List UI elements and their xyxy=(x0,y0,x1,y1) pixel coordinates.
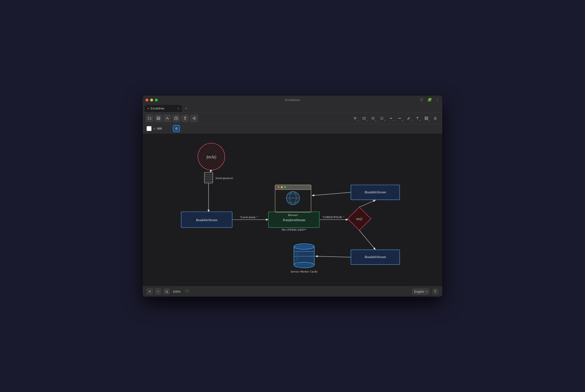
svg-rect-44 xyxy=(275,185,311,212)
color-swatch[interactable] xyxy=(146,126,152,131)
svg-point-49 xyxy=(286,192,299,204)
minimize-button[interactable] xyxy=(150,99,153,102)
new-tab-button[interactable]: + xyxy=(183,105,190,112)
zoom-value: 100% xyxy=(173,290,180,293)
diamond-tool[interactable]: 3 xyxy=(369,114,377,122)
svg-text:"LOREM IPSUM..": "LOREM IPSUM.." xyxy=(322,215,345,218)
svg-point-14 xyxy=(198,143,225,170)
svg-point-4 xyxy=(193,118,194,119)
delete-button[interactable] xyxy=(181,114,189,122)
svg-point-68 xyxy=(296,258,298,260)
rect-tool[interactable]: 2 xyxy=(360,114,368,122)
mac-window: Excalidraw 🗋 🧩 ⋮ ✏ Excalidraw ✕ + xyxy=(143,96,442,297)
svg-line-42 xyxy=(359,200,375,207)
tab-bar: ✏ Excalidraw ✕ + xyxy=(143,104,442,113)
new-doc-icon[interactable]: 🗋 xyxy=(420,98,424,102)
zoom-fit-button[interactable] xyxy=(163,288,170,295)
zoom-controls: + − 100% 🛡 xyxy=(146,288,189,295)
shield-icon: 🛡 xyxy=(185,289,189,294)
window-title: Excalidraw xyxy=(285,98,300,102)
svg-rect-28 xyxy=(181,212,232,227)
svg-point-64 xyxy=(294,244,314,249)
excalidraw-tab[interactable]: ✏ Excalidraw ✕ xyxy=(145,105,182,112)
share-button[interactable] xyxy=(190,114,198,122)
maximize-button[interactable] xyxy=(155,99,158,102)
table-tool[interactable]: 9 xyxy=(422,114,431,122)
svg-line-43 xyxy=(312,192,351,196)
svg-text:ReadableStream: ReadableStream xyxy=(364,190,386,194)
tab-close-button[interactable]: ✕ xyxy=(177,107,179,110)
select-tool[interactable]: 1 xyxy=(351,114,359,122)
zoom-plus-button[interactable]: + xyxy=(146,288,153,295)
svg-rect-57 xyxy=(351,250,400,264)
color-input[interactable] xyxy=(157,127,171,130)
svg-point-5 xyxy=(194,117,195,118)
line-tool[interactable]: 6 xyxy=(395,114,404,122)
svg-rect-2 xyxy=(157,118,160,120)
svg-text:ReadableStream: ReadableStream xyxy=(196,218,217,222)
svg-point-71 xyxy=(166,290,168,292)
svg-rect-40 xyxy=(351,185,400,200)
color-bar: # ⚙ xyxy=(143,124,442,134)
svg-line-60 xyxy=(316,256,351,257)
svg-line-25 xyxy=(210,170,211,172)
text-tool[interactable]: 8 xyxy=(413,114,422,122)
puzzle-icon[interactable]: 🧩 xyxy=(427,98,432,102)
svg-rect-33 xyxy=(268,212,320,227)
svg-point-69 xyxy=(296,262,298,264)
close-button[interactable] xyxy=(146,99,148,102)
tab-favicon: ✏ xyxy=(147,107,149,110)
bottom-bar: + − 100% 🛡 English ▼ ? xyxy=(143,286,442,297)
svg-point-15 xyxy=(198,144,224,170)
svg-line-72 xyxy=(167,292,168,293)
svg-rect-10 xyxy=(434,118,436,120)
canvas-area[interactable]: fetch() lorem-ipsum.txt xyxy=(143,134,442,286)
svg-rect-16 xyxy=(198,143,225,170)
svg-rect-0 xyxy=(157,117,160,120)
svg-text:The UPPERCASER™: The UPPERCASER™ xyxy=(281,228,306,232)
circle-tool[interactable]: 4 xyxy=(378,114,386,122)
svg-rect-18 xyxy=(204,172,213,183)
lock-tool[interactable] xyxy=(431,114,439,122)
svg-point-67 xyxy=(296,253,298,255)
svg-point-63 xyxy=(294,262,314,268)
svg-text:TransformStream: TransformStream xyxy=(283,218,305,222)
svg-text:lorem-ipsum.txt: lorem-ipsum.txt xyxy=(215,176,233,180)
title-bar-icons: 🗋 🧩 ⋮ xyxy=(420,98,439,102)
svg-text:fetch(): fetch() xyxy=(207,155,216,159)
svg-rect-62 xyxy=(294,246,314,265)
svg-rect-7 xyxy=(363,117,365,119)
traffic-lights xyxy=(146,99,158,102)
settings-button[interactable]: ⚙ xyxy=(173,125,180,132)
svg-point-8 xyxy=(381,117,383,120)
svg-point-50 xyxy=(290,192,296,204)
pencil-tool[interactable]: 7 xyxy=(404,114,413,122)
open-file-button[interactable] xyxy=(146,114,153,122)
svg-point-48 xyxy=(284,186,286,188)
save-button[interactable] xyxy=(154,114,162,122)
svg-rect-39 xyxy=(351,185,400,200)
hash-label: # xyxy=(153,127,155,130)
collab-button[interactable] xyxy=(163,114,171,122)
arrow-tool[interactable]: 5 xyxy=(387,114,395,122)
language-select[interactable]: English xyxy=(412,289,429,294)
drawing-tools: 1 2 3 4 xyxy=(351,114,439,122)
zoom-minus-button[interactable]: − xyxy=(155,288,161,295)
svg-text:Service Worker Cache: Service Worker Cache xyxy=(291,270,318,273)
svg-text:"Lorem ipsum..": "Lorem ipsum.." xyxy=(240,215,258,218)
svg-point-46 xyxy=(278,186,280,188)
diagram: fetch() lorem-ipsum.txt xyxy=(143,134,442,286)
export-button[interactable] xyxy=(172,114,180,122)
svg-rect-1 xyxy=(158,117,159,118)
tab-label: Excalidraw xyxy=(151,107,164,110)
help-button[interactable]: ? xyxy=(432,288,439,295)
svg-text:tee(): tee() xyxy=(356,217,363,221)
svg-rect-56 xyxy=(351,250,400,264)
svg-text:Browser: Browser xyxy=(288,213,298,216)
toolbar: 1 2 3 4 xyxy=(143,113,442,124)
svg-point-47 xyxy=(281,186,283,188)
svg-rect-32 xyxy=(268,212,320,227)
more-icon[interactable]: ⋮ xyxy=(436,98,439,102)
svg-rect-45 xyxy=(275,185,311,189)
language-selector-wrapper: English ▼ xyxy=(412,289,429,294)
